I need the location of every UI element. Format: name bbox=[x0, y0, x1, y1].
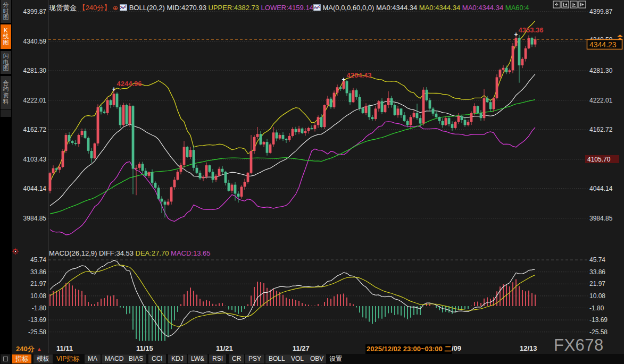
svg-text:10.08: 10.08 bbox=[589, 292, 605, 300]
svg-text:4264.43: 4264.43 bbox=[347, 71, 372, 79]
svg-text:4353.36: 4353.36 bbox=[519, 26, 544, 34]
svg-text:4103.43: 4103.43 bbox=[23, 156, 47, 163]
svg-text:4222.01: 4222.01 bbox=[589, 97, 613, 104]
svg-text:33.86: 33.86 bbox=[589, 268, 605, 276]
svg-text:10.08: 10.08 bbox=[30, 292, 46, 300]
svg-text:4162.72: 4162.72 bbox=[23, 126, 47, 133]
svg-text:45.74: 45.74 bbox=[30, 256, 46, 264]
svg-text:4281.30: 4281.30 bbox=[23, 67, 47, 74]
svg-text:-1.80: -1.80 bbox=[589, 304, 604, 312]
svg-text:-13.69: -13.69 bbox=[28, 316, 46, 324]
svg-text:+: + bbox=[514, 31, 518, 38]
svg-text:4344.23: 4344.23 bbox=[589, 40, 617, 49]
svg-text:4105.70: 4105.70 bbox=[587, 156, 611, 163]
svg-text:-25.58: -25.58 bbox=[28, 328, 46, 336]
svg-text:MACD(26,12,9) DIFF:34.53 DEA: MACD(26,12,9) DIFF:34.53 DEA:27.70 MACD:… bbox=[49, 249, 210, 257]
svg-text:21.97: 21.97 bbox=[30, 280, 46, 287]
svg-text:+: + bbox=[112, 86, 115, 93]
svg-text:45.74: 45.74 bbox=[589, 256, 605, 264]
svg-text:4162.72: 4162.72 bbox=[589, 126, 613, 133]
svg-text:21.97: 21.97 bbox=[589, 280, 605, 287]
svg-text:3984.85: 3984.85 bbox=[23, 215, 47, 222]
svg-text:3984.85: 3984.85 bbox=[589, 215, 613, 222]
svg-text:-13.69: -13.69 bbox=[589, 316, 608, 324]
svg-text:4044.14: 4044.14 bbox=[23, 185, 47, 192]
svg-text:4044.14: 4044.14 bbox=[589, 185, 613, 192]
svg-text:4340.59: 4340.59 bbox=[23, 38, 47, 45]
svg-text:4244.96: 4244.96 bbox=[117, 80, 142, 88]
svg-text:-1.80: -1.80 bbox=[32, 304, 47, 312]
svg-text:+: + bbox=[342, 76, 345, 83]
svg-text:4222.01: 4222.01 bbox=[23, 97, 47, 104]
svg-text:33.86: 33.86 bbox=[30, 268, 46, 276]
svg-text:4399.87: 4399.87 bbox=[23, 8, 47, 15]
svg-text:-25.58: -25.58 bbox=[589, 328, 608, 336]
svg-text:4399.87: 4399.87 bbox=[589, 8, 613, 15]
svg-text:4281.30: 4281.30 bbox=[589, 67, 613, 74]
